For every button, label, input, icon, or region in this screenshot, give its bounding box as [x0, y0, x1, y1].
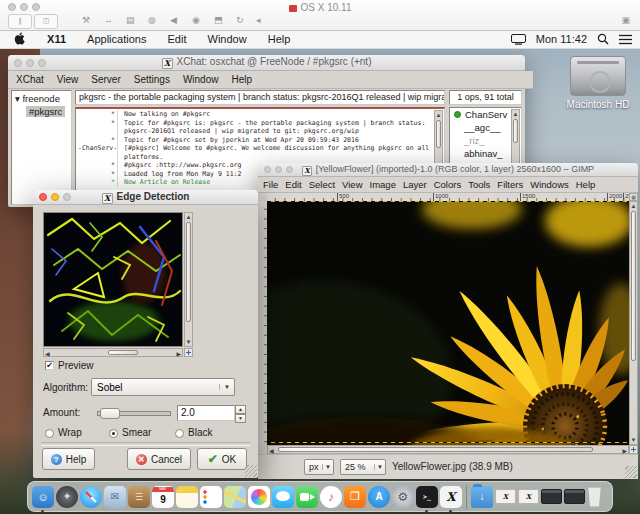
dock-safari[interactable] — [80, 486, 102, 508]
radio-selected-icon[interactable] — [109, 429, 118, 438]
cancel-button[interactable]: ✕Cancel — [127, 448, 191, 470]
gimp-menu-tools[interactable]: Tools — [468, 179, 490, 190]
scroll-down-icon[interactable]: ▼ — [630, 436, 637, 444]
amount-input[interactable]: 2.0 — [177, 405, 235, 421]
collapse-icon[interactable]: ▾ — [15, 93, 20, 104]
help-button[interactable]: ?Help — [42, 448, 95, 470]
dock-minimized-window-2[interactable]: X — [518, 489, 539, 504]
scrollbar-thumb[interactable] — [436, 120, 441, 148]
gimp-menu-help[interactable]: Help — [576, 179, 596, 190]
menu-edit[interactable]: Edit — [167, 30, 186, 48]
xchat-menu-settings[interactable]: Settings — [134, 74, 170, 85]
preview-horizontal-scrollbar[interactable]: ◀ ▶ — [43, 348, 183, 357]
dock-app-store[interactable]: A — [368, 486, 390, 508]
scrollbar-thumb[interactable] — [513, 119, 518, 143]
gimp-menu-file[interactable]: File — [263, 179, 278, 190]
scroll-up-icon[interactable]: ▲ — [512, 110, 519, 118]
preview-vertical-scrollbar[interactable]: ▲ ▼ — [184, 212, 193, 347]
menu-help[interactable]: Help — [268, 30, 291, 48]
scroll-up-icon[interactable]: ▲ — [435, 111, 442, 119]
dock-mail[interactable]: ✉ — [104, 486, 126, 508]
scroll-up-icon[interactable]: ▲ — [630, 202, 637, 210]
dock-photos[interactable] — [248, 486, 270, 508]
dock-contacts[interactable]: ☰ — [128, 486, 150, 508]
dialog-titlebar[interactable]: XEdge Detection — [33, 190, 258, 205]
menubar-clock[interactable]: Mon 11:42 — [536, 30, 587, 48]
dock-itunes[interactable]: ♪ — [320, 486, 342, 508]
sound-icon[interactable]: ◀ — [170, 14, 177, 27]
canvas-horizontal-scrollbar[interactable]: ◀ ▶ — [267, 445, 629, 454]
preview-checkbox-label[interactable]: Preview — [58, 360, 94, 371]
dock-system-preferences[interactable]: ⚙ — [392, 486, 414, 508]
collapse-icon[interactable]: ◂ — [256, 14, 261, 27]
camera-icon[interactable]: ◉ — [192, 14, 200, 27]
dock-minimized-window-4[interactable] — [564, 489, 585, 504]
topic-input[interactable]: pkgsrc - the portable packaging system |… — [75, 90, 445, 105]
dock-notes[interactable] — [176, 486, 198, 508]
scroll-up-icon[interactable]: ▲ — [185, 213, 192, 221]
scrollbar-thumb[interactable] — [631, 211, 636, 361]
macintosh-hd-icon[interactable]: Macintosh HD — [560, 56, 636, 110]
xchat-server-tree[interactable]: ▾ freenode #pkgsrc — [11, 90, 72, 205]
power-icon[interactable]: ◍ — [148, 14, 156, 27]
xchat-titlebar[interactable]: XXChat: osxchat @ FreeNode / #pkgsrc (+n… — [8, 55, 525, 71]
gimp-menu-layer[interactable]: Layer — [403, 179, 427, 190]
preview-navigation-icon[interactable] — [184, 348, 193, 357]
dock-trash[interactable] — [587, 487, 602, 507]
snapshot-button[interactable]: ◫ — [34, 14, 58, 29]
gimp-titlebar[interactable]: X[YellowFlower] (imported)-1.0 (RGB colo… — [258, 163, 638, 177]
scroll-down-icon[interactable]: ▼ — [185, 338, 192, 346]
canvas-vertical-scrollbar[interactable]: ▲ ▼ — [629, 201, 638, 445]
tree-server-row[interactable]: ▾ freenode — [15, 93, 71, 104]
stepper-down-icon[interactable]: ▼ — [235, 414, 246, 423]
refresh-icon[interactable]: ↻ — [236, 14, 244, 27]
harddrive-icon[interactable] — [570, 56, 626, 96]
amount-slider-thumb[interactable] — [100, 408, 120, 419]
gimp-menu-windows[interactable]: Windows — [530, 179, 569, 190]
scroll-right-icon[interactable]: ▶ — [176, 350, 181, 358]
gimp-menu-select[interactable]: Select — [309, 179, 335, 190]
radio-icon[interactable] — [175, 429, 184, 438]
dock-calendar[interactable]: MAY9 — [152, 486, 174, 508]
dock-maps[interactable] — [224, 486, 246, 508]
wrap-radio[interactable]: Wrap — [45, 427, 82, 438]
stepper-up-icon[interactable]: ▲ — [235, 405, 246, 414]
scroll-left-icon[interactable]: ◀ — [45, 350, 50, 358]
edge-detection-dialog[interactable]: XEdge Detection — [33, 190, 258, 478]
dock-terminal[interactable]: >_ — [416, 486, 438, 508]
xchat-menu-window[interactable]: Window — [183, 74, 219, 85]
gimp-menu-colors[interactable]: Colors — [434, 179, 461, 190]
amount-stepper[interactable]: ▲ ▼ — [235, 405, 246, 421]
resize-grip[interactable] — [625, 466, 637, 478]
image-canvas[interactable] — [267, 201, 629, 445]
spotlight-icon[interactable] — [597, 33, 609, 45]
dock-minimized-window-3[interactable] — [541, 489, 562, 504]
ok-button[interactable]: ✔OK — [197, 448, 247, 470]
dock-facetime[interactable] — [296, 486, 318, 508]
dock-finder[interactable]: ☺ — [32, 486, 54, 508]
smear-radio[interactable]: Smear — [109, 427, 151, 438]
radio-icon[interactable] — [45, 429, 54, 438]
dock-minimized-window-1[interactable]: X — [495, 489, 516, 504]
harddisk-icon[interactable]: ▤ — [126, 14, 135, 27]
gimp-window[interactable]: X[YellowFlower] (imported)-1.0 (RGB colo… — [258, 163, 638, 478]
scrollbar-thumb[interactable] — [186, 222, 191, 322]
xchat-menu-view[interactable]: View — [57, 74, 79, 85]
black-radio[interactable]: Black — [175, 427, 212, 438]
display-mirroring-icon[interactable] — [511, 34, 526, 45]
apple-menu[interactable] — [14, 30, 26, 48]
navigation-cross-icon[interactable] — [629, 445, 638, 454]
unit-select[interactable]: px▼ — [304, 459, 334, 475]
resize-grip[interactable] — [245, 465, 257, 477]
vm-window-chrome[interactable]: OS X 10.11 ∥ ◫ ⚒ ↔ ▤ ◍ ◀ ◉ ⬒ ↻ ◂ ▣ — [0, 0, 640, 31]
filter-preview[interactable] — [43, 212, 183, 347]
app-menu-x11[interactable]: X11 — [47, 30, 66, 48]
dock-ibooks[interactable]: ❐ — [344, 486, 366, 508]
gimp-menu-filters[interactable]: Filters — [497, 179, 523, 190]
network-icon[interactable]: ↔ — [104, 14, 113, 27]
gimp-menu-view[interactable]: View — [342, 179, 362, 190]
tree-channel-row[interactable]: #pkgsrc — [26, 106, 71, 117]
dock-downloads-folder[interactable]: ↓ — [471, 486, 493, 508]
dock-xquartz[interactable]: X — [440, 486, 462, 508]
preview-checkbox[interactable]: ✔ — [45, 361, 54, 370]
